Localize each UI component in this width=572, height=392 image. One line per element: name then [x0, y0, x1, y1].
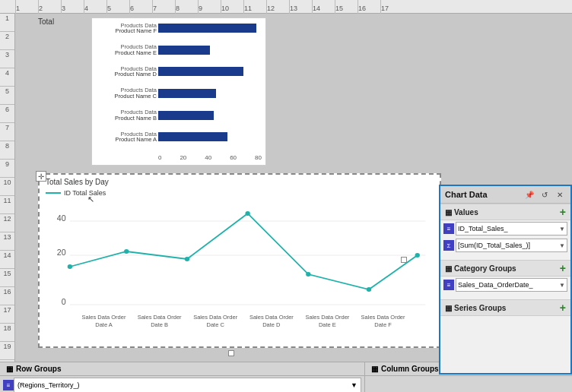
- ruler-mark: 2: [38, 0, 61, 14]
- row-groups-label: ▦ Row Groups: [0, 362, 364, 376]
- values-field1-dropdown[interactable]: ID_Total_Sales_ ▼: [456, 222, 567, 236]
- svg-point-7: [124, 249, 129, 254]
- ruler-left-mark: 16: [0, 287, 14, 305]
- series-groups-section-title: ▦ Series Groups: [445, 304, 506, 312]
- values-field2-icon: Σ: [443, 240, 454, 251]
- svg-text:0: 0: [62, 298, 66, 306]
- move-icon: ✛: [38, 172, 44, 181]
- bar-fill: [158, 132, 227, 141]
- row-groups-field-row: ≡ (Regions_Territory_) ▼: [0, 376, 364, 392]
- ruler-left-mark: 12: [0, 214, 14, 232]
- values-field1-row: ≡ ID_Total_Sales_ ▼: [440, 220, 570, 237]
- bar-container: [158, 46, 262, 55]
- values-section-title: ▦ Values: [445, 208, 478, 217]
- total-label: Total: [38, 17, 54, 26]
- category-groups-section-header: ▦ Category Groups +: [440, 260, 570, 277]
- ruler-left-mark: 17: [0, 305, 14, 324]
- ruler-left-mark: 4: [0, 68, 14, 87]
- canvas-area[interactable]: Total [Sum(ID_Total_C... [Sum(ID_Total_.…: [15, 14, 572, 375]
- ruler-mark: 9: [198, 0, 221, 14]
- ruler-left: 1 2 3 4 5 6 7 8 9 10 11 12 13 14 15 16 1…: [0, 14, 15, 375]
- bar-row: Products Data Product Name D: [96, 65, 262, 77]
- svg-text:20: 20: [57, 248, 66, 257]
- bar-row: Products Data Product Name A: [96, 131, 262, 143]
- line-chart-legend: ID Total Sales: [40, 188, 440, 198]
- chart-data-pin-button[interactable]: 📌: [523, 188, 535, 201]
- ruler-mark: 3: [61, 0, 84, 14]
- svg-point-6: [68, 264, 72, 269]
- move-handle[interactable]: ✛: [36, 171, 46, 182]
- ruler-left-mark: 11: [0, 196, 14, 214]
- bar-container: [158, 89, 262, 98]
- line-chart-body: 40 20 0: [40, 198, 440, 329]
- category-field-row: ≡ Sales_Data_OrderDate_ ▼: [440, 277, 570, 293]
- ruler-mark: 1: [15, 0, 38, 14]
- ruler-mark: 7: [152, 0, 175, 14]
- values-field2-text: [Sum(ID_Total_Sales_)]: [458, 242, 530, 249]
- row-groups-field-icon: ≡: [3, 380, 14, 390]
- resize-handle-right[interactable]: [401, 257, 407, 263]
- ruler-left-mark: 18: [0, 324, 14, 342]
- svg-point-11: [367, 287, 371, 292]
- svg-point-9: [245, 211, 249, 216]
- ruler-mark: 15: [335, 0, 358, 14]
- ruler-top-marks: 1 2 3 4 5 6 7 8 9 10 11 12 13 14 15 16 1…: [15, 0, 403, 14]
- bottom-left: ▦ Row Groups ≡ (Regions_Territory_) ▼: [0, 362, 365, 392]
- category-grid-icon: ▦: [445, 264, 452, 273]
- category-groups-section-title: ▦ Category Groups: [445, 264, 516, 273]
- values-field2-dropdown[interactable]: [Sum(ID_Total_Sales_)] ▼: [456, 239, 567, 252]
- category-field-arrow: ▼: [559, 282, 565, 289]
- svg-point-8: [185, 257, 189, 261]
- ruler-left-mark: 9: [0, 160, 14, 178]
- bar-axis: 0 20 40 60 80: [96, 154, 262, 161]
- ruler-left-mark: 19: [0, 342, 14, 360]
- line-chart-svg: 40 20 0: [46, 198, 434, 312]
- bar-fill: [158, 89, 216, 98]
- bar-label: Products Data Product Name A: [96, 131, 157, 143]
- bar-row: Products Data Product Name C: [96, 87, 262, 100]
- chart-data-refresh-button[interactable]: ↺: [539, 188, 551, 201]
- ruler-mark: 14: [312, 0, 335, 14]
- ruler-mark: 17: [380, 0, 403, 14]
- line-chart-panel: Total Sales by Day ID Total Sales 40 20 …: [38, 173, 441, 348]
- ruler-left-mark: 2: [0, 32, 14, 50]
- ruler-mark: 8: [175, 0, 198, 14]
- x-label: Sales Data Order Date E: [300, 314, 355, 329]
- bar-fill: [158, 24, 256, 33]
- resize-handle-bottom[interactable]: [228, 350, 234, 356]
- ruler-mark: 10: [221, 0, 243, 14]
- bar-fill: [158, 111, 214, 120]
- category-groups-add-button[interactable]: +: [560, 263, 566, 273]
- category-field-dropdown[interactable]: Sales_Data_OrderDate_ ▼: [456, 278, 567, 292]
- x-label: Sales Data Order Date F: [355, 314, 411, 329]
- ruler-mark: 12: [266, 0, 289, 14]
- values-field1-arrow: ▼: [559, 226, 565, 232]
- row-groups-dropdown[interactable]: (Regions_Territory_) ▼: [14, 378, 361, 392]
- bar-chart-inner: Products Data Product Name F Products Da…: [92, 18, 265, 165]
- series-groups-section-header: ▦ Series Groups +: [440, 299, 570, 316]
- ruler-mark: 6: [129, 0, 152, 14]
- values-field1-icon: ≡: [443, 223, 454, 234]
- values-add-button[interactable]: +: [560, 207, 566, 217]
- category-field-text: Sales_Data_OrderDate_: [458, 281, 533, 289]
- values-grid-icon: ▦: [445, 208, 452, 217]
- bar-row: Products Data Product Name B: [96, 109, 262, 122]
- bar-label: Products Data Product Name D: [96, 66, 157, 77]
- chart-data-close-button[interactable]: ✕: [554, 188, 566, 201]
- series-groups-add-button[interactable]: +: [560, 302, 566, 313]
- legend-label: ID Total Sales: [64, 189, 106, 197]
- ruler-left-mark: 13: [0, 232, 14, 251]
- bar-label: Products Data Product Name B: [96, 109, 157, 121]
- chart-data-title: Chart Data: [445, 190, 488, 199]
- ruler-left-mark: 7: [0, 123, 14, 141]
- values-field2-arrow: ▼: [559, 242, 565, 249]
- row-groups-dropdown-text: (Regions_Territory_): [17, 381, 80, 389]
- ruler-mark: 5: [106, 0, 129, 14]
- ruler-left-mark: 6: [0, 105, 14, 123]
- ruler-left-mark: 10: [0, 178, 14, 196]
- x-label: Sales Data Order Date B: [132, 314, 187, 329]
- ruler-left-mark: 5: [0, 87, 14, 105]
- ruler-left-mark: 14: [0, 251, 14, 269]
- bar-container: [158, 111, 262, 120]
- x-label: Sales Data Order Date A: [76, 314, 132, 329]
